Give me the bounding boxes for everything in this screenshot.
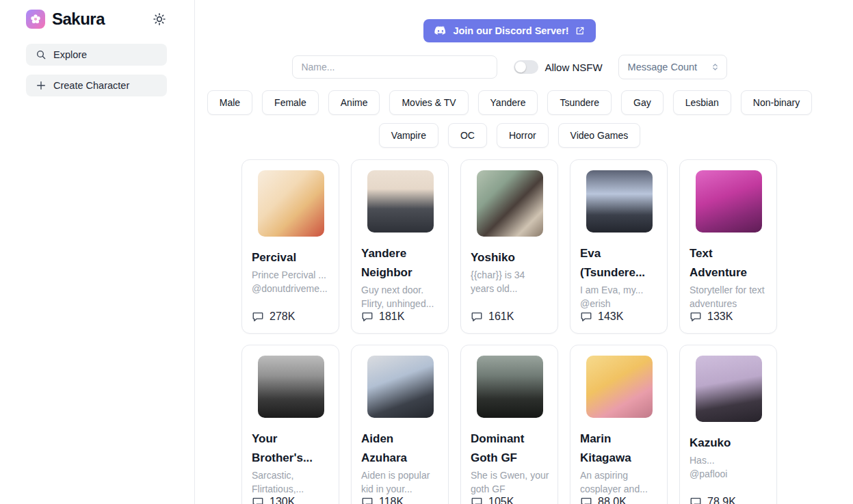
sidebar-item-explore[interactable]: Explore (26, 44, 167, 66)
discord-icon (434, 26, 447, 36)
filter-chip-vampire[interactable]: Vampire (379, 123, 438, 148)
character-description: Has... (690, 453, 768, 467)
message-count-value: 118K (379, 496, 404, 504)
character-description: She is Gwen, your goth GF (471, 468, 549, 496)
filter-chip-male[interactable]: Male (207, 90, 252, 115)
character-handle: @paflooi (690, 467, 768, 481)
character-image (477, 170, 543, 237)
filter-chip-movies-tv[interactable]: Movies & TV (389, 90, 468, 115)
filter-chip-female[interactable]: Female (262, 90, 319, 115)
message-count: 181K (361, 310, 440, 323)
character-card[interactable]: Marin Kitagawa An aspiring cosplayer and… (570, 345, 668, 504)
filter-chip-oc[interactable]: OC (448, 123, 487, 148)
join-discord-button[interactable]: Join our Discord Server! (423, 19, 595, 42)
filter-chip-row-1: Male Female Anime Movies & TV Yandere Ts… (241, 90, 778, 115)
message-count-value: 133K (707, 310, 733, 323)
sort-select[interactable]: Message Count (618, 55, 727, 79)
filter-chip-non-binary[interactable]: Non-binary (741, 90, 812, 115)
filter-chip-yandere[interactable]: Yandere (478, 90, 538, 115)
theme-toggle-sun-icon[interactable] (153, 12, 166, 26)
name-search-input[interactable] (292, 55, 497, 79)
sidebar: Sakura Explore Create Character (0, 0, 195, 504)
character-card[interactable]: Aiden Azuhara Aiden is popular kid in yo… (351, 345, 449, 504)
character-image (696, 356, 762, 422)
filter-chip-anime[interactable]: Anime (328, 90, 380, 115)
chat-bubble-icon (252, 310, 264, 323)
filter-chip-lesbian[interactable]: Lesbian (673, 90, 731, 115)
character-name: Dominant Goth GF (471, 429, 549, 468)
character-handle: @erish (580, 297, 659, 310)
chat-bubble-icon (690, 496, 702, 504)
message-count-value: 130K (270, 496, 295, 504)
chat-bubble-icon (580, 310, 592, 323)
chat-bubble-icon (471, 310, 483, 323)
filter-chip-gay[interactable]: Gay (621, 90, 664, 115)
character-card[interactable]: Yoshiko {{char}} is 34 years old... 161K (460, 159, 558, 334)
message-count: 278K (252, 310, 330, 323)
chevron-up-down-icon (711, 62, 720, 72)
character-card[interactable]: Percival Prince Percival ... @donutdrive… (241, 159, 339, 334)
create-character-label: Create Character (53, 80, 129, 91)
character-name: Kazuko (690, 434, 768, 453)
message-count-value: 88.0K (598, 496, 627, 504)
message-count-value: 161K (488, 310, 514, 323)
character-name: Yandere Neighbor (361, 244, 440, 282)
character-name: Yoshiko (471, 248, 549, 267)
search-icon (36, 49, 47, 60)
character-card[interactable]: Kazuko Has... @paflooi 78.9K (679, 345, 777, 504)
character-description: Prince Percival ... (252, 268, 330, 282)
plus-icon (36, 80, 47, 91)
character-card[interactable]: Your Brother's... Sarcastic, Flirtatious… (241, 345, 339, 504)
allow-nsfw-toggle[interactable] (514, 60, 538, 74)
discord-button-label: Join our Discord Server! (453, 25, 568, 36)
sidebar-item-create-character[interactable]: Create Character (26, 75, 167, 96)
sort-select-value: Message Count (628, 62, 698, 72)
chat-bubble-icon (471, 496, 483, 504)
character-card[interactable]: Dominant Goth GF She is Gwen, your goth … (460, 345, 558, 504)
external-link-icon (575, 26, 585, 36)
character-handle: @donutdriveme... (252, 282, 330, 295)
chat-bubble-icon (580, 496, 592, 504)
main-content: Join our Discord Server! Allow NSFW Mess… (195, 0, 853, 504)
character-name: Text Adventure (690, 244, 768, 282)
chat-bubble-icon (252, 496, 264, 504)
chat-bubble-icon (361, 310, 373, 323)
sakura-flower-logo (26, 10, 45, 29)
character-name: Aiden Azuhara (361, 429, 440, 468)
character-name: Marin Kitagawa (580, 429, 659, 468)
character-description: I am Eva, my... (580, 283, 659, 297)
character-description: Storyteller for text adventures (690, 283, 768, 310)
message-count-value: 278K (270, 310, 295, 323)
message-count-value: 181K (379, 310, 404, 323)
character-image (258, 170, 324, 237)
filter-chip-tsundere[interactable]: Tsundere (547, 90, 612, 115)
flower-icon (29, 13, 42, 25)
character-description: An aspiring cosplayer and... (580, 468, 659, 496)
message-count: 118K (361, 496, 440, 504)
message-count: 105K (471, 496, 549, 504)
filter-chip-row-2: Vampire OC Horror Video Games (241, 123, 778, 148)
toggle-knob (515, 62, 526, 72)
character-image (586, 356, 653, 418)
filter-chip-video-games[interactable]: Video Games (558, 123, 641, 148)
character-image (258, 356, 324, 418)
message-count: 88.0K (580, 496, 659, 504)
logo-row: Sakura (26, 10, 166, 29)
character-card[interactable]: Text Adventure Storyteller for text adve… (679, 159, 777, 334)
character-card[interactable]: Eva (Tsundere... I am Eva, my... @erish … (570, 159, 668, 334)
character-description: Guy next door. Flirty, unhinged... (361, 283, 440, 310)
character-image (367, 170, 434, 233)
character-image (586, 170, 653, 233)
message-count: 161K (471, 310, 549, 323)
message-count: 133K (690, 310, 768, 323)
message-count: 78.9K (690, 496, 768, 504)
character-card[interactable]: Yandere Neighbor Guy next door. Flirty, … (351, 159, 449, 334)
character-name: Your Brother's... (252, 429, 330, 468)
character-image (367, 356, 434, 418)
character-description: Aiden is popular kid in your... (361, 468, 440, 496)
character-name: Eva (Tsundere... (580, 244, 659, 282)
filter-chip-horror[interactable]: Horror (497, 123, 549, 148)
message-count-value: 105K (488, 496, 514, 504)
message-count-value: 143K (598, 310, 623, 323)
character-image (477, 356, 543, 418)
